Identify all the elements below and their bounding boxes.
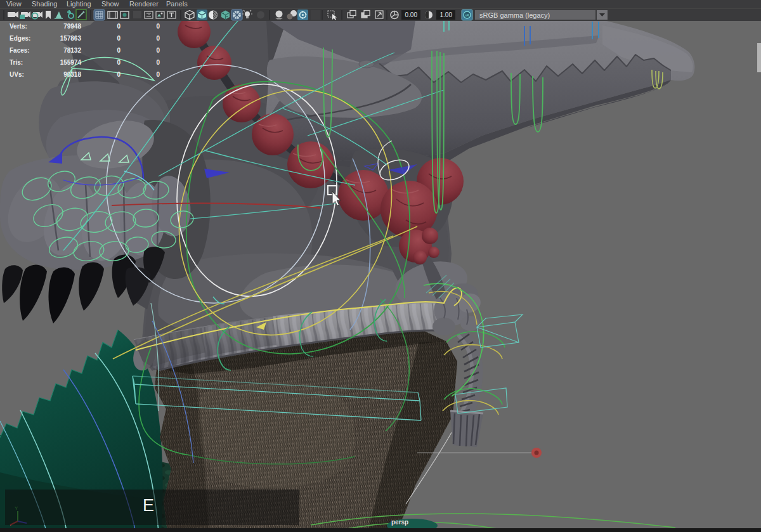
svg-text:0.00: 0.00 (405, 11, 418, 18)
svg-text:1.00: 1.00 (440, 11, 453, 18)
svg-text:sRGB gamma (legacy): sRGB gamma (legacy) (479, 11, 550, 19)
svg-text:sR: sR (465, 13, 469, 17)
